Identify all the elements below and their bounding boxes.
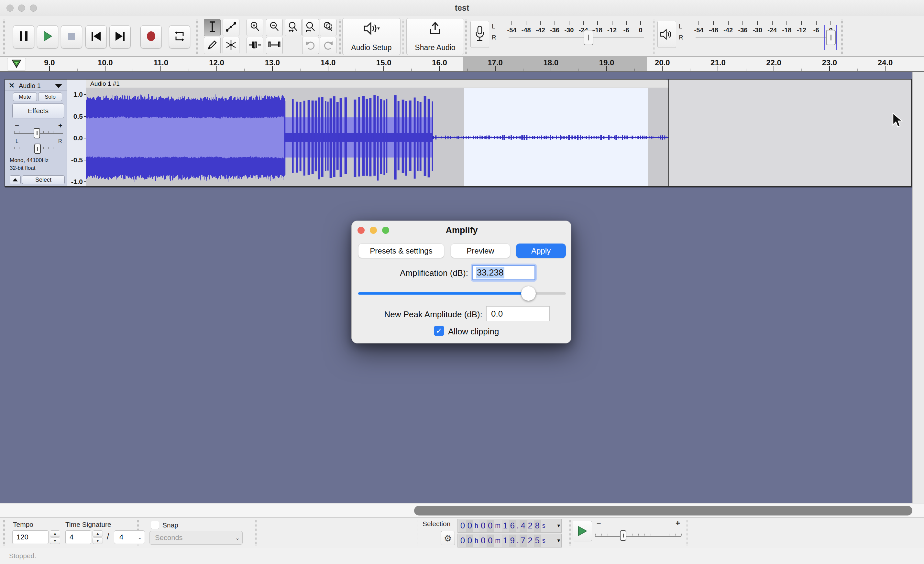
audio-setup-button[interactable]: Audio Setup xyxy=(342,18,400,55)
horizontal-scrollbar-thumb[interactable] xyxy=(414,506,912,516)
allow-clipping-checkbox[interactable]: ✓ xyxy=(434,326,444,336)
zoom-out-button[interactable] xyxy=(266,19,283,36)
zoom-to-selection-button[interactable] xyxy=(285,19,302,36)
selection-settings-gear-icon[interactable]: ⚙ xyxy=(441,531,455,545)
amplification-field[interactable]: 33.238 xyxy=(472,265,536,280)
tempo-field[interactable]: 120 xyxy=(12,530,48,544)
time-digit[interactable]: 1 xyxy=(502,520,509,532)
recording-meter[interactable]: L R -54-48-42-36-30-24-18-12-60 xyxy=(468,16,652,56)
time-format-chevron-icon[interactable]: ▾ xyxy=(557,522,561,529)
toolbar-grip[interactable] xyxy=(196,19,198,54)
multi-tool-button[interactable] xyxy=(223,37,239,54)
window-titlebar[interactable]: test xyxy=(0,0,924,16)
toolbar-grip[interactable] xyxy=(653,19,654,54)
effects-button[interactable]: Effects xyxy=(12,103,64,118)
time-digit[interactable]: 2 xyxy=(527,534,534,547)
playhead-options-button[interactable] xyxy=(7,58,26,70)
draw-tool-button[interactable] xyxy=(204,37,220,54)
toolbar-grip[interactable] xyxy=(339,19,340,54)
play-speed-slider[interactable] xyxy=(595,536,681,537)
selection-end-field[interactable]: 00h00m19.725s▾ xyxy=(458,534,562,548)
toolbar-grip[interactable] xyxy=(255,521,256,546)
gain-slider-thumb[interactable] xyxy=(34,128,40,138)
time-digit[interactable]: 0 xyxy=(487,534,494,547)
silence-audio-button[interactable] xyxy=(266,37,283,54)
mute-button[interactable]: Mute xyxy=(13,93,37,101)
time-digit[interactable]: 8 xyxy=(534,520,541,532)
collapse-track-icon[interactable] xyxy=(10,175,21,184)
time-digit[interactable]: 0 xyxy=(466,520,473,532)
new-peak-field[interactable]: 0.0 xyxy=(486,306,550,321)
toolbar-grip[interactable] xyxy=(569,521,571,546)
time-digit[interactable]: . xyxy=(516,534,520,547)
apply-button[interactable]: Apply xyxy=(516,244,566,258)
track-name[interactable]: Audio 1 xyxy=(19,82,41,90)
tempo-stepper[interactable]: ▲▼ xyxy=(50,530,60,544)
selection-start-field[interactable]: 00h00m16.428s▾ xyxy=(458,519,562,533)
time-digit[interactable]: 0 xyxy=(480,534,487,547)
horizontal-scrollbar[interactable] xyxy=(0,503,924,518)
stop-button[interactable] xyxy=(61,25,82,48)
time-digit[interactable]: 0 xyxy=(466,534,473,547)
toolbar-grip[interactable] xyxy=(402,19,404,54)
presets-settings-button[interactable]: Presets & settings xyxy=(358,244,444,258)
envelope-tool-button[interactable] xyxy=(223,19,239,36)
solo-button[interactable]: Solo xyxy=(38,93,62,101)
toolbar-grip[interactable] xyxy=(3,19,5,54)
amplification-slider-thumb[interactable] xyxy=(521,286,536,301)
toolbar-grip[interactable] xyxy=(3,521,5,546)
waveform[interactable] xyxy=(86,88,704,186)
time-digit[interactable]: 1 xyxy=(502,534,509,547)
toolbar-grip[interactable] xyxy=(465,19,467,54)
time-digit[interactable]: 2 xyxy=(527,520,534,532)
time-digit[interactable]: 4 xyxy=(520,520,527,532)
skip-to-end-button[interactable] xyxy=(110,25,131,48)
meter-volume-slider-thumb[interactable] xyxy=(584,30,593,45)
toolbar-grip[interactable] xyxy=(687,521,688,546)
time-digit[interactable]: 9 xyxy=(509,534,516,547)
fit-project-button[interactable] xyxy=(302,19,319,36)
time-digit[interactable]: 0 xyxy=(487,520,494,532)
time-digit[interactable]: 0 xyxy=(459,520,466,532)
toolbar-grip[interactable] xyxy=(417,521,418,546)
selection-tool-button[interactable] xyxy=(204,19,220,36)
timeline-ruler[interactable]: 9.010.011.012.013.014.015.016.017.018.01… xyxy=(0,57,924,72)
timesig-stepper[interactable]: ▲▼ xyxy=(93,530,103,544)
time-digit[interactable]: 5 xyxy=(534,534,541,547)
pan-slider-thumb[interactable] xyxy=(34,144,41,154)
timesig-denominator-dropdown[interactable]: 4⌄ xyxy=(114,530,145,544)
playback-meter[interactable]: L R -54-48-42-36-30-24-18-12-60 xyxy=(655,16,843,56)
close-track-icon[interactable]: ✕ xyxy=(8,81,15,89)
skip-to-start-button[interactable] xyxy=(86,25,107,48)
track-menu-chevron-icon[interactable] xyxy=(54,84,63,90)
microphone-icon[interactable] xyxy=(470,21,489,48)
time-digit[interactable]: 6 xyxy=(509,520,516,532)
share-audio-button[interactable]: Share Audio xyxy=(406,18,464,55)
loop-button[interactable] xyxy=(169,25,190,48)
undo-button[interactable] xyxy=(302,37,319,54)
zoom-toggle-button[interactable] xyxy=(320,19,336,36)
snap-mode-dropdown[interactable]: Seconds⌄ xyxy=(150,531,243,545)
time-format-chevron-icon[interactable]: ▾ xyxy=(557,537,561,544)
zoom-in-button[interactable] xyxy=(246,19,263,36)
time-digit[interactable]: 7 xyxy=(520,534,527,547)
redo-button[interactable] xyxy=(320,37,336,54)
snap-checkbox[interactable] xyxy=(151,521,159,529)
vertical-ruler[interactable]: 1.00.50.0-0.5-1.0 xyxy=(67,79,86,186)
record-button[interactable] xyxy=(140,25,162,48)
time-digit[interactable]: . xyxy=(516,520,520,532)
play-button[interactable] xyxy=(37,25,58,48)
pause-button[interactable] xyxy=(13,25,34,48)
speaker-icon[interactable] xyxy=(657,21,676,48)
time-digit[interactable]: 0 xyxy=(459,534,466,547)
clip-header[interactable]: Audio 1 #1 xyxy=(86,79,668,88)
recording-meter-scale[interactable]: -54-48-42-36-30-24-18-12-60 xyxy=(500,16,649,56)
time-digit[interactable]: 0 xyxy=(480,520,487,532)
empty-track-area[interactable] xyxy=(669,79,911,186)
play-speed-thumb[interactable] xyxy=(620,530,626,541)
timesig-numerator-field[interactable]: 4 xyxy=(65,530,91,544)
meter-volume-slider-thumb[interactable] xyxy=(826,30,836,45)
playback-meter-scale[interactable]: -54-48-42-36-30-24-18-12-60 xyxy=(687,16,839,56)
trim-audio-button[interactable] xyxy=(246,37,263,54)
preview-button[interactable]: Preview xyxy=(451,244,510,258)
